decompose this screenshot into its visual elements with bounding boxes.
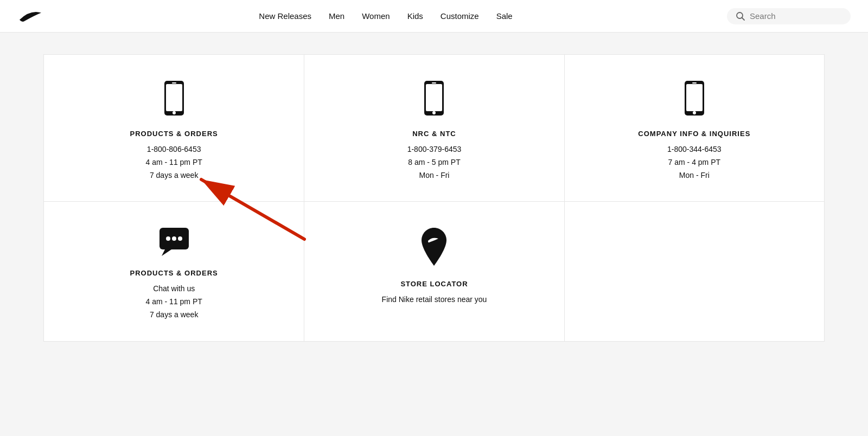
search-icon	[736, 11, 745, 21]
card-title-4: PRODUCTS & ORDERS	[130, 269, 218, 277]
location-pin-icon	[418, 226, 450, 270]
svg-point-9	[432, 111, 436, 114]
main-content: PRODUCTS & ORDERS 1-800-806-6453 4 am - …	[0, 33, 868, 374]
card-days-3: Mon - Fri	[679, 169, 710, 182]
svg-rect-3	[166, 84, 182, 111]
svg-point-16	[166, 236, 170, 241]
header: New Releases Men Women Kids Customize Sa…	[0, 0, 868, 33]
store-locator-card: STORE LOCATOR Find Nike retail stores ne…	[304, 202, 564, 341]
svg-point-5	[173, 111, 176, 114]
card-store-desc: Find Nike retail stores near you	[382, 293, 487, 306]
card-phone-3: 1-800-344-6453	[667, 143, 722, 156]
svg-rect-11	[686, 84, 703, 111]
contact-grid: PRODUCTS & ORDERS 1-800-806-6453 4 am - …	[43, 54, 825, 342]
nav-men[interactable]: Men	[329, 11, 344, 21]
products-orders-phone-card: PRODUCTS & ORDERS 1-800-806-6453 4 am - …	[44, 55, 304, 201]
svg-point-13	[693, 111, 696, 114]
contact-top-row: PRODUCTS & ORDERS 1-800-806-6453 4 am - …	[44, 55, 824, 202]
card-hours-1: 4 am - 11 pm PT	[146, 156, 202, 169]
nav-sale[interactable]: Sale	[496, 11, 513, 21]
card-title-2: NRC & NTC	[412, 130, 456, 138]
nav-new-releases[interactable]: New Releases	[259, 11, 311, 21]
nav-kids[interactable]: Kids	[407, 11, 423, 21]
svg-rect-8	[432, 82, 436, 84]
card-hours-2: 8 am - 5 pm PT	[408, 156, 460, 169]
svg-rect-4	[172, 82, 176, 84]
empty-card	[564, 202, 824, 341]
search-box[interactable]	[727, 8, 851, 24]
phone-icon-1	[160, 79, 188, 120]
card-days-1: 7 days a week	[150, 169, 199, 182]
card-chat-hours: 4 am - 11 pm PT	[146, 296, 202, 309]
card-chat-days: 7 days a week	[150, 309, 199, 322]
chat-icon	[157, 226, 191, 259]
svg-rect-7	[426, 84, 442, 111]
search-input[interactable]	[750, 11, 842, 21]
card-title-3: COMPANY INFO & INQUIRIES	[638, 130, 750, 138]
nike-logo[interactable]	[17, 5, 44, 27]
nrc-ntc-card: NRC & NTC 1-800-379-6453 8 am - 5 pm PT …	[304, 55, 564, 201]
nav-customize[interactable]: Customize	[441, 11, 479, 21]
card-phone-2: 1-800-379-6453	[407, 143, 462, 156]
svg-line-1	[742, 17, 745, 20]
card-title-5: STORE LOCATOR	[400, 280, 468, 288]
card-chat-1: Chat with us	[153, 283, 195, 296]
svg-point-18	[178, 236, 182, 241]
svg-rect-12	[692, 82, 697, 84]
svg-marker-15	[162, 249, 171, 256]
svg-point-17	[172, 236, 176, 241]
nav-women[interactable]: Women	[362, 11, 390, 21]
company-info-card: COMPANY INFO & INQUIRIES 1-800-344-6453 …	[564, 55, 824, 201]
card-days-2: Mon - Fri	[419, 169, 449, 182]
card-phone-1: 1-800-806-6453	[147, 143, 201, 156]
phone-icon-3	[680, 79, 709, 120]
main-nav: New Releases Men Women Kids Customize Sa…	[259, 11, 512, 21]
phone-icon-2	[420, 79, 448, 120]
card-hours-3: 7 am - 4 pm PT	[668, 156, 720, 169]
contact-bottom-row: PRODUCTS & ORDERS Chat with us 4 am - 11…	[44, 202, 824, 341]
products-orders-chat-card: PRODUCTS & ORDERS Chat with us 4 am - 11…	[44, 202, 304, 341]
card-title-1: PRODUCTS & ORDERS	[130, 130, 218, 138]
